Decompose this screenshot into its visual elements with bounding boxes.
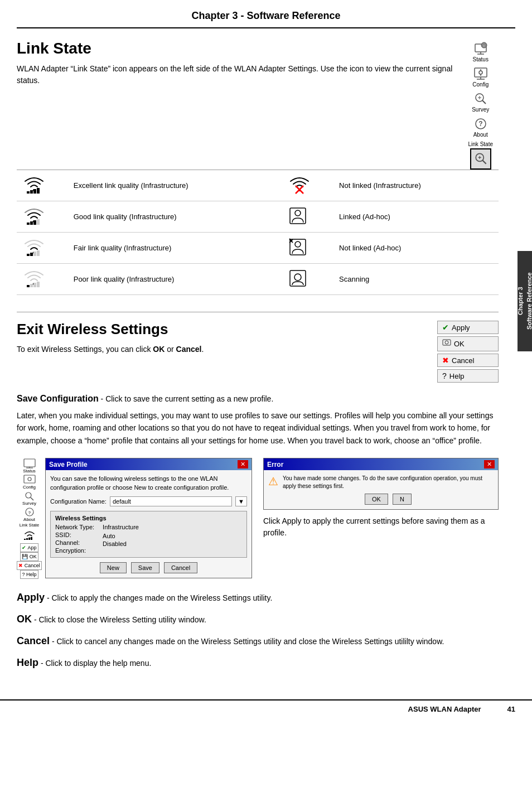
dialog-body: You can save the following wireless sett… [46, 470, 252, 578]
config-name-dropdown[interactable]: ▼ [235, 496, 247, 506]
save-config-title-text: Save Configuration [17, 394, 99, 403]
mini-nav-panel: Status Config Survey ? About [17, 458, 42, 579]
config-icon [473, 66, 489, 81]
ok-button[interactable]: OK [437, 336, 499, 351]
svg-line-60 [31, 497, 33, 500]
svg-rect-25 [37, 188, 40, 194]
chapter-header-text: Chapter 3 - Software Reference [191, 10, 340, 21]
mini-status[interactable]: Status [22, 458, 37, 474]
help-button[interactable]: ? Help [437, 369, 499, 383]
cancel-term: Cancel [17, 635, 50, 646]
about-icon: ? [473, 116, 489, 132]
svg-text:?: ? [478, 120, 482, 128]
icon-cell-right: × [282, 233, 333, 264]
new-button[interactable]: New [100, 562, 127, 573]
exit-title: Exit Wireless Settings [17, 321, 204, 338]
wireless-settings-box: Wireless Settings Network Type: SSID: Ch… [50, 511, 247, 558]
link-state-title: Link State [17, 40, 468, 57]
config-name-input[interactable] [110, 496, 232, 506]
dialog-cancel-button[interactable]: Cancel [164, 562, 197, 573]
footer-info: ASUS WLAN Adapter 41 [408, 705, 515, 713]
svg-rect-54 [24, 459, 35, 467]
label-cell: Excellent link quality (Infrastructure) [68, 170, 283, 201]
label-cell-right: Scanning [333, 264, 499, 295]
wireless-settings-title: Wireless Settings [55, 515, 242, 521]
table-row: Good link quality (Infrastructure) Linke… [17, 201, 499, 233]
channel-value: Auto [103, 533, 139, 539]
cancel-button[interactable]: ✖ Cancel [437, 354, 499, 367]
mini-config[interactable]: Config [22, 474, 37, 490]
svg-rect-49 [37, 282, 40, 287]
apply-definition: - Click to apply the changes made on the… [45, 593, 272, 602]
exit-wireless-section: Exit Wireless Settings To exit Wireless … [17, 312, 499, 383]
error-dialog: Error ✕ ⚠ You have made some changes. To… [263, 458, 499, 510]
mini-cancel[interactable]: ✖ Cancel [17, 561, 42, 570]
ok-bold: OK [153, 345, 165, 354]
config-label: Config [472, 81, 489, 88]
save-profile-dialog-wrapper: Save Profile ✕ You can save the followin… [45, 458, 252, 579]
error-ok-button[interactable]: OK [365, 494, 388, 505]
svg-rect-39 [33, 252, 36, 256]
mini-help[interactable]: ? Help [20, 570, 38, 579]
mini-survey[interactable]: Survey [21, 490, 37, 506]
exit-desc-text: To exit Wireless Settings, you can click [17, 345, 153, 354]
ok-label: OK [454, 340, 465, 348]
svg-point-35 [295, 210, 301, 216]
exit-left: Exit Wireless Settings To exit Wireless … [17, 321, 204, 355]
cancel-definition: - Click to cancel any changes made on th… [50, 637, 444, 646]
link-state-nav-label: Link State [468, 141, 493, 147]
nav-icon-linkstate[interactable] [470, 148, 491, 170]
cancel-def: Cancel - Click to cancel any changes mad… [17, 634, 499, 649]
svg-rect-57 [24, 475, 35, 483]
status-label: Status [473, 56, 489, 62]
footer-text: ASUS WLAN Adapter [408, 705, 481, 713]
svg-rect-33 [37, 219, 40, 225]
channel-label: Channel: [55, 539, 94, 546]
dialog-titlebar: Save Profile ✕ [46, 458, 252, 470]
svg-rect-23 [30, 190, 33, 194]
survey-icon [473, 91, 489, 107]
nav-icon-config[interactable]: Config [469, 65, 492, 89]
error-close-button[interactable]: ✕ [484, 460, 495, 468]
icon-cell-right [282, 264, 333, 295]
svg-point-51 [294, 274, 301, 281]
error-message: You have made some changes. To do the sa… [283, 475, 494, 490]
nav-icon-survey[interactable]: Survey [468, 90, 492, 114]
apply-button[interactable]: ✔ Apply [437, 321, 499, 334]
dialog-close-button[interactable]: ✕ [238, 460, 248, 468]
error-n-button[interactable]: N [393, 494, 412, 505]
mini-apply[interactable]: ✔ App [20, 543, 38, 552]
link-state-left: Link State WLAN Adapter “Link State” ico… [17, 40, 468, 98]
svg-rect-24 [33, 189, 36, 194]
svg-point-58 [28, 477, 31, 481]
nav-icon-about[interactable]: ? About [470, 115, 492, 139]
linkstate-icon [473, 151, 489, 167]
error-title-text: Error [267, 461, 283, 468]
icon-cell-right [282, 201, 333, 233]
apply-description: Click Apply to apply the current setting… [263, 515, 499, 539]
svg-rect-32 [33, 220, 36, 225]
save-config-section: Save Configuration - Click to save the c… [17, 394, 499, 579]
icon-cell-right [282, 170, 333, 201]
table-row: Excellent link quality (Infrastructure) [17, 170, 499, 201]
svg-rect-65 [26, 538, 28, 540]
status-icon: i [473, 41, 489, 56]
nav-icon-status[interactable]: i Status [470, 40, 492, 64]
mini-linkstate[interactable] [20, 528, 39, 541]
svg-text:?: ? [28, 510, 31, 515]
mini-ok[interactable]: 💾 OK [20, 552, 38, 561]
label-cell: Good link quality (Infrastructure) [68, 201, 283, 233]
side-tab-software: Software Reference [526, 273, 532, 330]
help-label: Help [449, 372, 465, 380]
ok-def: OK - Click to close the Wireless Setting… [17, 612, 499, 627]
save-button[interactable]: Save [131, 562, 159, 573]
mini-about[interactable]: ? About [22, 506, 37, 523]
settings-rows: Network Type: SSID: Channel: Encryption:… [55, 524, 242, 554]
svg-rect-37 [27, 254, 30, 256]
ssid-label: SSID: [55, 532, 94, 538]
apply-label: Apply [452, 323, 470, 332]
help-definition: - Click to display the help menu. [38, 659, 151, 668]
help-term: Help [17, 657, 38, 668]
footer-page: 41 [507, 705, 515, 713]
save-config-suffix: - Click to save the current setting as a… [99, 394, 274, 403]
